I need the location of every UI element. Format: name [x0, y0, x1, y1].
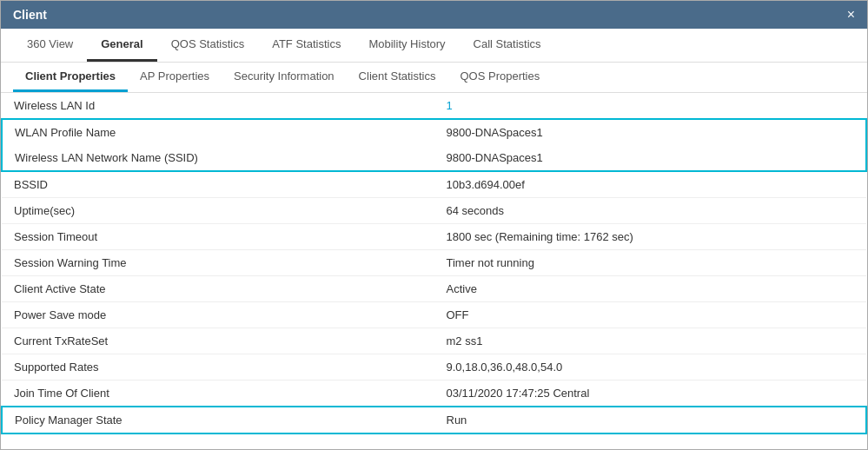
- row-label: Wireless LAN Network Name (SSID): [2, 145, 434, 171]
- table-row: Session Warning TimeTimer not running: [2, 250, 866, 276]
- sub-tab-qos-properties[interactable]: QOS Properties: [447, 63, 552, 92]
- row-label: Current TxRateSet: [2, 328, 434, 354]
- row-label: Session Warning Time: [2, 250, 434, 276]
- row-label: Uptime(sec): [2, 198, 434, 224]
- row-value: OFF: [434, 302, 867, 328]
- row-value: Active: [434, 276, 867, 302]
- table-row: Client Active StateActive: [2, 276, 866, 302]
- table-row: Session Timeout1800 sec (Remaining time:…: [2, 224, 866, 250]
- sub-tab-bar: Client PropertiesAP PropertiesSecurity I…: [1, 63, 867, 93]
- row-label: Join Time Of Client: [2, 381, 434, 407]
- row-value: 1800 sec (Remaining time: 1762 sec): [434, 224, 867, 250]
- row-value: 10b3.d694.00ef: [434, 171, 867, 198]
- top-tab-qos-statistics[interactable]: QOS Statistics: [157, 29, 259, 62]
- sub-tab-client-properties[interactable]: Client Properties: [13, 63, 128, 92]
- row-value: Run: [434, 407, 867, 433]
- row-label: BSSID: [2, 171, 434, 198]
- table-row: Current TxRateSetm2 ss1: [2, 328, 866, 354]
- row-label: Supported Rates: [2, 354, 434, 381]
- row-label: Policy Manager State: [2, 407, 434, 433]
- row-value: m2 ss1: [434, 328, 867, 354]
- table-row: Uptime(sec)64 seconds: [2, 198, 866, 224]
- properties-table: Wireless LAN Id1WLAN Profile Name9800-DN…: [1, 93, 867, 434]
- row-value: 64 seconds: [434, 198, 867, 224]
- row-value: 1: [434, 93, 867, 119]
- top-tab-bar: 360 ViewGeneralQOS StatisticsATF Statist…: [1, 29, 867, 63]
- row-label: Wireless LAN Id: [2, 93, 434, 119]
- top-tab-call-statistics[interactable]: Call Statistics: [460, 29, 555, 62]
- data-table-container[interactable]: Wireless LAN Id1WLAN Profile Name9800-DN…: [1, 93, 867, 449]
- table-row: WLAN Profile Name9800-DNASpaces1: [2, 119, 866, 145]
- content-area: Wireless LAN Id1WLAN Profile Name9800-DN…: [1, 93, 867, 449]
- client-dialog: Client × 360 ViewGeneralQOS StatisticsAT…: [0, 0, 868, 450]
- top-tab-general[interactable]: General: [87, 29, 156, 62]
- sub-tab-security-information[interactable]: Security Information: [222, 63, 347, 92]
- table-row: Supported Rates9.0,18.0,36.0,48.0,54.0: [2, 354, 866, 381]
- table-row: Power Save modeOFF: [2, 302, 866, 328]
- close-button[interactable]: ×: [847, 8, 855, 22]
- row-label: Power Save mode: [2, 302, 434, 328]
- dialog-header: Client ×: [1, 1, 867, 29]
- row-value: 9.0,18.0,36.0,48.0,54.0: [434, 354, 867, 381]
- top-tab-360-view[interactable]: 360 View: [13, 29, 87, 62]
- table-row: Policy Manager StateRun: [2, 407, 866, 433]
- dialog-title: Client: [13, 8, 47, 22]
- row-value: 9800-DNASpaces1: [434, 119, 867, 145]
- table-row: BSSID10b3.d694.00ef: [2, 171, 866, 198]
- row-value: Timer not running: [434, 250, 867, 276]
- row-value: 9800-DNASpaces1: [434, 145, 867, 171]
- sub-tab-ap-properties[interactable]: AP Properties: [128, 63, 222, 92]
- top-tab-mobility-history[interactable]: Mobility History: [354, 29, 459, 62]
- table-row: Wireless LAN Network Name (SSID)9800-DNA…: [2, 145, 866, 171]
- table-row: Join Time Of Client03/11/2020 17:47:25 C…: [2, 381, 866, 407]
- row-label: Session Timeout: [2, 224, 434, 250]
- table-row: Wireless LAN Id1: [2, 93, 866, 119]
- top-tab-atf-statistics[interactable]: ATF Statistics: [258, 29, 354, 62]
- row-label: WLAN Profile Name: [2, 119, 434, 145]
- row-value: 03/11/2020 17:47:25 Central: [434, 381, 867, 407]
- row-label: Client Active State: [2, 276, 434, 302]
- sub-tab-client-statistics[interactable]: Client Statistics: [347, 63, 448, 92]
